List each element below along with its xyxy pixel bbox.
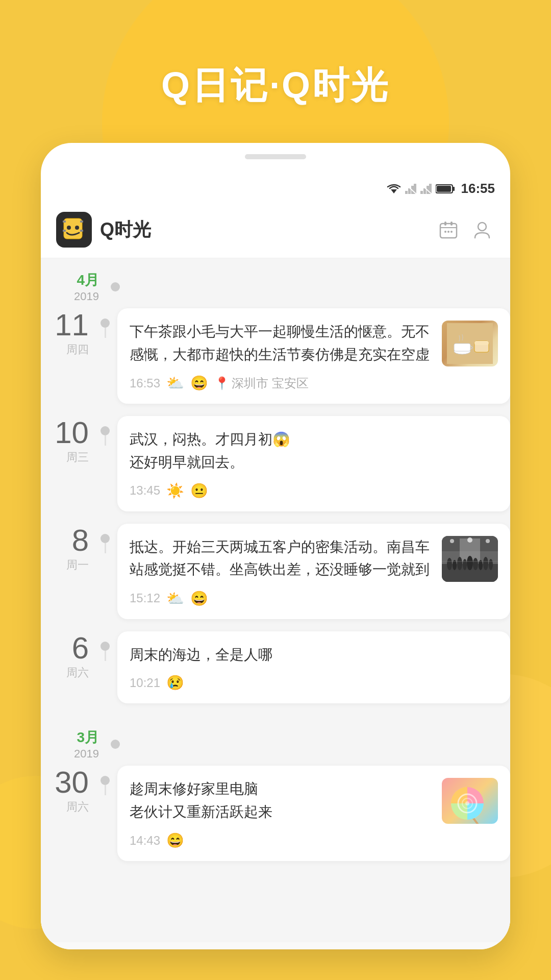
svg-rect-18 (63, 220, 66, 223)
card-image-station (442, 536, 498, 582)
svg-point-26 (444, 231, 446, 233)
entry-march-30: 30 周六 趁周末修好家里电脑老伙计又重新活跃起来 (41, 766, 510, 861)
card-meta-6: 10:21 😢 (130, 674, 498, 691)
mood-11: 😄 (190, 375, 208, 391)
month-section-march: 3月 2019 30 周六 (41, 716, 510, 861)
calendar-button[interactable] (436, 217, 461, 242)
day6-line (105, 651, 106, 661)
day10-card[interactable]: 武汉，闷热。才四月初😱还好明早就回去。 13:45 ☀️ 😐 (113, 416, 510, 511)
card-text-30: 趁周末修好家里电脑老伙计又重新活跃起来 (130, 778, 434, 824)
user-button[interactable] (469, 217, 495, 242)
day6-weekday: 周六 (41, 665, 89, 680)
weather-8: ⛅ (166, 590, 184, 607)
svg-point-48 (489, 559, 493, 570)
svg-point-16 (67, 226, 71, 230)
svg-rect-35 (474, 341, 489, 345)
day6-dot (101, 642, 110, 651)
tea-image (442, 321, 498, 366)
card-meta-10: 13:45 ☀️ 😐 (130, 482, 498, 499)
svg-point-40 (447, 558, 452, 570)
march-year: 2019 (51, 747, 99, 761)
time-6: 10:21 (130, 676, 160, 690)
diary-card-8[interactable]: 抵达。开始三天两城五客户的密集活动。南昌车站感觉挺不错。坐高铁出差，还没睡够一觉… (117, 524, 510, 619)
day8-line (105, 543, 106, 553)
day8-dot (101, 534, 110, 543)
svg-point-29 (478, 223, 486, 231)
day10-line (105, 435, 106, 446)
card-image-tea (442, 321, 498, 366)
svg-point-47 (483, 557, 488, 570)
day10-weekday: 周三 (41, 450, 89, 465)
day30-number: 30 (41, 766, 89, 799)
day8-left: 8 周一 (41, 524, 97, 573)
phone-screen: 16:55 Q时光 (41, 174, 510, 949)
app-header: Q时光 (41, 202, 510, 258)
diary-card-6[interactable]: 周末的海边，全是人哪 10:21 😢 (117, 631, 510, 704)
svg-point-57 (465, 801, 469, 805)
svg-point-44 (467, 556, 473, 570)
entry-april-11: 11 周四 下午茶跟小毛与大平一起聊慢生活的惬意。无不感慨，大都市超快的生活节奏… (41, 308, 510, 404)
day30-line (105, 785, 106, 795)
day6-left: 6 周六 (41, 631, 97, 680)
card-content-6: 周末的海边，全是人哪 (130, 644, 498, 667)
diary-card-11[interactable]: 下午茶跟小毛与大平一起聊慢生活的惬意。无不感慨，大都市超快的生活节奏仿佛是充实在… (117, 308, 510, 404)
month-header-april: 4月 2019 (41, 258, 510, 308)
svg-rect-21 (80, 230, 83, 232)
day6-card[interactable]: 周末的海边，全是人哪 10:21 😢 (113, 631, 510, 704)
entry-april-6: 6 周六 周末的海边，全是人哪 10:21 (41, 631, 510, 704)
svg-rect-1 (405, 191, 408, 194)
day6-number: 6 (41, 631, 89, 665)
card-content-8: 抵达。开始三天两城五客户的密集活动。南昌车站感觉挺不错。坐高铁出差，还没睡够一觉… (130, 536, 498, 582)
day11-mid (97, 308, 113, 338)
diary-card-10[interactable]: 武汉，闷热。才四月初😱还好明早就回去。 13:45 ☀️ 😐 (117, 416, 510, 511)
day10-dot (101, 426, 110, 435)
day8-number: 8 (41, 524, 89, 557)
day10-mid (97, 416, 113, 446)
svg-point-45 (473, 558, 478, 570)
day11-line (105, 328, 106, 338)
march-month-label: 3月 2019 (51, 728, 107, 761)
scroll-content[interactable]: 4月 2019 11 周四 (41, 258, 510, 942)
april-dot (111, 282, 120, 291)
day10-left: 10 周三 (41, 416, 97, 465)
day11-card[interactable]: 下午茶跟小毛与大平一起聊慢生活的惬意。无不感慨，大都市超快的生活节奏仿佛是充实在… (113, 308, 510, 404)
phone-speaker (245, 154, 306, 159)
time-30: 14:43 (130, 834, 160, 848)
svg-rect-24 (444, 222, 446, 226)
app-title: Q日记·Q时光 (0, 61, 551, 110)
status-icons (387, 183, 455, 194)
mood-30: 😄 (166, 832, 184, 849)
app-logo (56, 212, 92, 248)
card-meta-11: 16:53 ⛅ 😄 📍 深圳市 宝安区 (130, 375, 498, 391)
svg-rect-13 (437, 186, 451, 192)
day11-left: 11 周四 (41, 308, 97, 357)
card-image-candy (442, 778, 498, 824)
entry-april-10: 10 周三 武汉，闷热。才四月初😱还好明早就回去。 1 (41, 416, 510, 511)
day8-card[interactable]: 抵达。开始三天两城五客户的密集活动。南昌车站感觉挺不错。坐高铁出差，还没睡够一觉… (113, 524, 510, 619)
station-image (442, 536, 498, 582)
location-11: 📍 深圳市 宝安区 (214, 375, 309, 391)
day11-weekday: 周四 (41, 342, 89, 357)
svg-rect-33 (454, 344, 470, 351)
april-month-label: 4月 2019 (51, 271, 107, 303)
svg-point-27 (447, 231, 449, 233)
mood-8: 😄 (190, 590, 208, 607)
svg-rect-12 (453, 187, 455, 191)
weather-11: ⛅ (166, 375, 184, 391)
mood-10: 😐 (190, 482, 208, 499)
day30-mid (97, 766, 113, 795)
mood-6: 😢 (166, 674, 184, 691)
svg-point-42 (457, 557, 462, 570)
month-header-march: 3月 2019 (41, 716, 510, 766)
app-name-label: Q时光 (100, 217, 428, 242)
day30-card[interactable]: 趁周末修好家里电脑老伙计又重新活跃起来 (113, 766, 510, 861)
svg-marker-0 (391, 189, 397, 193)
day30-weekday: 周六 (41, 799, 89, 815)
candy-image (442, 778, 498, 824)
time-11: 16:53 (130, 376, 160, 390)
day10-number: 10 (41, 416, 89, 450)
day8-weekday: 周一 (41, 557, 89, 573)
card-content-10: 武汉，闷热。才四月初😱还好明早就回去。 (130, 428, 498, 474)
svg-point-50 (450, 539, 454, 543)
diary-card-30[interactable]: 趁周末修好家里电脑老伙计又重新活跃起来 (117, 766, 510, 861)
